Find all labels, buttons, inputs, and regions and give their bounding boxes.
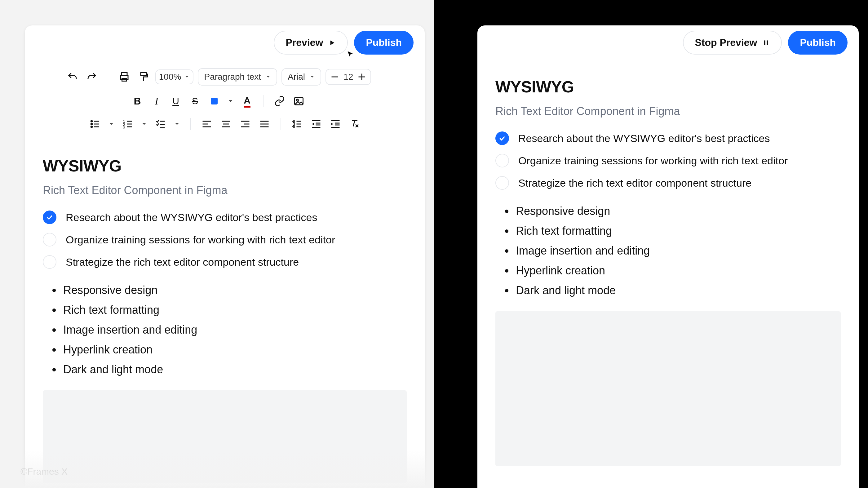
align-left-button[interactable]: [199, 117, 214, 131]
checklist-item-text: Organize training sessions for working w…: [66, 234, 335, 246]
undo-button[interactable]: [65, 69, 80, 84]
preview-button-label: Preview: [285, 37, 323, 49]
zoom-value: 100%: [159, 72, 181, 82]
publish-button[interactable]: Publish: [788, 31, 847, 55]
chevron-down-icon: [184, 74, 190, 80]
checkbox[interactable]: [43, 255, 56, 269]
svg-rect-51: [764, 40, 765, 45]
toolbar-row-2: B I U S A: [130, 94, 320, 109]
minus-icon: [329, 71, 340, 83]
svg-point-10: [91, 123, 92, 125]
checkbox[interactable]: [43, 233, 56, 246]
paragraph-style-select[interactable]: Paragraph text: [198, 68, 277, 86]
text-color-icon: A: [244, 95, 250, 107]
bullet-item: Rich text formatting: [514, 224, 841, 238]
bullet-item: Image insertion and editing: [61, 324, 407, 336]
checkbox[interactable]: [495, 176, 509, 190]
bulleted-list-dropdown[interactable]: [106, 117, 116, 131]
insert-image-button[interactable]: [291, 94, 306, 109]
chevron-down-icon: [309, 74, 315, 80]
document-subtitle: Rich Text Editor Component in Figma: [495, 105, 841, 118]
print-button[interactable]: [117, 69, 132, 84]
document-subtitle: Rich Text Editor Component in Figma: [43, 184, 407, 197]
stop-preview-button[interactable]: Stop Preview: [683, 31, 782, 55]
checklist-item: Organize training sessions for working w…: [43, 233, 407, 246]
editor-pane: Preview Publish: [0, 0, 434, 488]
bullet-item: Image insertion and editing: [514, 244, 841, 257]
zoom-select[interactable]: 100%: [155, 69, 194, 84]
italic-button[interactable]: I: [149, 94, 164, 109]
font-size-decrease[interactable]: [329, 71, 340, 83]
watermark: ©Frames X: [21, 466, 68, 477]
numbered-list-dropdown[interactable]: [140, 117, 149, 131]
bold-button[interactable]: B: [130, 94, 145, 109]
checklist-item-text: Strategize the rich text editor componen…: [66, 256, 299, 268]
redo-button[interactable]: [84, 69, 99, 84]
checklist-button[interactable]: [153, 117, 168, 131]
strikethrough-button[interactable]: S: [188, 94, 203, 109]
bullet-item: Hyperlink creation: [61, 343, 407, 356]
document-title: WYSIWYG: [43, 157, 407, 175]
font-family-select[interactable]: Arial: [281, 68, 321, 86]
preview-button[interactable]: Preview: [274, 31, 348, 55]
plus-icon: [356, 71, 367, 83]
checklist-item-text: Research about the WYSIWYG editor's best…: [518, 132, 770, 145]
preview-content: WYSIWYG Rich Text Editor Component in Fi…: [477, 60, 859, 476]
publish-button[interactable]: Publish: [354, 31, 413, 55]
highlight-color-dropdown[interactable]: [226, 94, 235, 109]
chevron-down-icon: [108, 121, 114, 127]
bullet-list: Responsive design Rich text formatting I…: [495, 205, 841, 297]
numbered-list-button[interactable]: 123: [120, 117, 135, 131]
checkbox[interactable]: [495, 131, 509, 145]
separator: [108, 71, 108, 83]
highlight-color-button[interactable]: [207, 94, 222, 109]
checklist-item-text: Research about the WYSIWYG editor's best…: [66, 211, 317, 223]
checklist-item-text: Strategize the rich text editor componen…: [518, 177, 751, 189]
stop-preview-button-label: Stop Preview: [695, 37, 757, 49]
clear-formatting-button[interactable]: [347, 117, 362, 131]
chevron-down-icon: [228, 98, 234, 104]
editor-content[interactable]: WYSIWYG Rich Text Editor Component in Fi…: [25, 139, 425, 488]
svg-point-11: [91, 126, 92, 128]
font-size-increase[interactable]: [356, 71, 367, 83]
separator: [315, 95, 315, 107]
pause-icon: [762, 39, 770, 47]
image-placeholder: [495, 311, 841, 466]
document-title: WYSIWYG: [495, 78, 841, 96]
svg-rect-3: [141, 73, 146, 75]
line-spacing-button[interactable]: [289, 117, 304, 131]
text-color-button[interactable]: A: [240, 94, 254, 109]
bullet-item: Dark and light mode: [514, 284, 841, 297]
preview-pane: Stop Preview Publish WYSIWYG Rich Text E…: [434, 0, 868, 488]
paint-format-button[interactable]: [136, 69, 151, 84]
font-family-label: Arial: [288, 72, 305, 82]
preview-card: Stop Preview Publish WYSIWYG Rich Text E…: [477, 25, 859, 488]
svg-rect-52: [767, 40, 768, 45]
check-icon: [498, 134, 506, 142]
svg-point-9: [91, 121, 92, 122]
checkbox[interactable]: [43, 211, 56, 224]
align-justify-button[interactable]: [257, 117, 272, 131]
checklist-item: Organize training sessions for working w…: [495, 154, 841, 167]
separator: [380, 71, 380, 83]
checkbox[interactable]: [495, 154, 509, 167]
image-placeholder: [43, 390, 407, 483]
checklist-dropdown[interactable]: [173, 117, 182, 131]
font-size-value: 12: [343, 72, 353, 82]
underline-button[interactable]: U: [168, 94, 183, 109]
indent-decrease-button[interactable]: [309, 117, 323, 131]
indent-increase-button[interactable]: [328, 117, 343, 131]
svg-point-8: [297, 99, 299, 101]
align-right-button[interactable]: [238, 117, 253, 131]
checklist: Research about the WYSIWYG editor's best…: [495, 131, 841, 190]
bullet-item: Responsive design: [514, 205, 841, 218]
bulleted-list-button[interactable]: [87, 117, 102, 131]
color-swatch-icon: [211, 98, 218, 104]
insert-link-button[interactable]: [272, 94, 287, 109]
align-center-button[interactable]: [219, 117, 234, 131]
paragraph-style-label: Paragraph text: [204, 72, 261, 82]
toolbar-row-3: 123: [87, 117, 362, 131]
font-size-stepper[interactable]: 12: [326, 69, 371, 85]
checklist-item: Research about the WYSIWYG editor's best…: [43, 211, 407, 224]
bullet-list: Responsive design Rich text formatting I…: [43, 284, 407, 376]
